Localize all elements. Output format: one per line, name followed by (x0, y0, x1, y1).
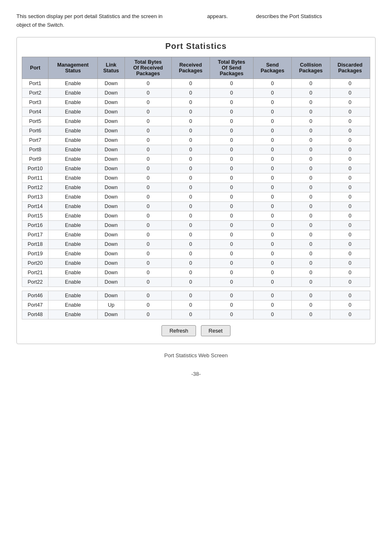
cell-extra-2-8: 0 (330, 310, 370, 319)
cell-13-1: Enable (48, 201, 98, 211)
cell-7-8: 0 (330, 145, 370, 154)
cell-9-1: Enable (48, 164, 98, 173)
cell-20-8: 0 (330, 268, 370, 277)
cell-2-7: 0 (292, 97, 330, 107)
cell-11-8: 0 (330, 183, 370, 192)
cell-7-2: Down (97, 145, 125, 154)
cell-17-5: 0 (210, 239, 254, 249)
cell-19-5: 0 (210, 258, 254, 268)
cell-12-4: 0 (171, 192, 210, 201)
cell-4-3: 0 (125, 116, 171, 126)
cell-14-0: Port15 (22, 211, 48, 220)
page-number: -38- (16, 371, 376, 377)
cell-12-2: Down (97, 192, 125, 201)
cell-extra-2-5: 0 (210, 310, 254, 319)
table-row-extra: Port48EnableDown000000 (22, 310, 370, 319)
cell-10-5: 0 (210, 173, 254, 183)
cell-extra-1-7: 0 (292, 300, 330, 310)
cell-16-3: 0 (125, 230, 171, 239)
cell-8-0: Port9 (22, 154, 48, 164)
cell-15-8: 0 (330, 220, 370, 230)
cell-13-0: Port14 (22, 201, 48, 211)
cell-9-7: 0 (292, 164, 330, 173)
col-header-collision-packages: CollisionPackages (292, 57, 330, 79)
refresh-button[interactable]: Refresh (161, 325, 196, 336)
cell-6-7: 0 (292, 135, 330, 145)
port-statistics-panel: Port Statistics Port ManagementStatus Li… (16, 37, 376, 344)
cell-2-2: Down (97, 97, 125, 107)
cell-7-1: Enable (48, 145, 98, 154)
cell-18-7: 0 (292, 249, 330, 258)
cell-6-4: 0 (171, 135, 210, 145)
table-row: Port10EnableDown000000 (22, 164, 370, 173)
cell-11-2: Down (97, 183, 125, 192)
cell-21-3: 0 (125, 277, 171, 287)
cell-3-3: 0 (125, 107, 171, 116)
cell-1-5: 0 (210, 88, 254, 97)
cell-18-8: 0 (330, 249, 370, 258)
cell-10-2: Down (97, 173, 125, 183)
cell-extra-1-0: Port47 (22, 300, 48, 310)
reset-button[interactable]: Reset (201, 325, 231, 336)
col-header-total-bytes-send: Total BytesOf SendPackages (210, 57, 254, 79)
cell-15-4: 0 (171, 220, 210, 230)
cell-14-5: 0 (210, 211, 254, 220)
cell-13-3: 0 (125, 201, 171, 211)
cell-5-1: Enable (48, 126, 98, 135)
cell-0-7: 0 (292, 79, 330, 88)
cell-6-0: Port7 (22, 135, 48, 145)
cell-11-0: Port12 (22, 183, 48, 192)
cell-13-7: 0 (292, 201, 330, 211)
cell-extra-2-2: Down (97, 310, 125, 319)
cell-16-0: Port17 (22, 230, 48, 239)
cell-19-3: 0 (125, 258, 171, 268)
table-row: Port7EnableDown000000 (22, 135, 370, 145)
cell-12-0: Port13 (22, 192, 48, 201)
cell-17-8: 0 (330, 239, 370, 249)
cell-5-2: Down (97, 126, 125, 135)
cell-10-7: 0 (292, 173, 330, 183)
cell-15-5: 0 (210, 220, 254, 230)
col-header-mgmt-status: ManagementStatus (48, 57, 98, 79)
table-row: Port21EnableDown000000 (22, 268, 370, 277)
cell-12-7: 0 (292, 192, 330, 201)
cell-11-4: 0 (171, 183, 210, 192)
cell-21-0: Port22 (22, 277, 48, 287)
cell-1-6: 0 (253, 88, 291, 97)
cell-3-8: 0 (330, 107, 370, 116)
cell-20-1: Enable (48, 268, 98, 277)
cell-8-8: 0 (330, 154, 370, 164)
cell-extra-1-6: 0 (253, 300, 291, 310)
cell-14-1: Enable (48, 211, 98, 220)
cell-12-1: Enable (48, 192, 98, 201)
cell-6-6: 0 (253, 135, 291, 145)
cell-19-4: 0 (171, 258, 210, 268)
table-row: Port6EnableDown000000 (22, 126, 370, 135)
cell-0-2: Down (97, 79, 125, 88)
cell-13-8: 0 (330, 201, 370, 211)
cell-17-2: Down (97, 239, 125, 249)
col-header-port: Port (22, 57, 48, 79)
cell-16-6: 0 (253, 230, 291, 239)
cell-10-6: 0 (253, 173, 291, 183)
table-row: Port8EnableDown000000 (22, 145, 370, 154)
cell-21-5: 0 (210, 277, 254, 287)
cell-extra-0-0: Port46 (22, 291, 48, 300)
col-header-recv-packages: ReceivedPackages (171, 57, 210, 79)
table-row: Port19EnableDown000000 (22, 249, 370, 258)
intro-section: This section display per port detail Sta… (16, 12, 376, 30)
cell-14-8: 0 (330, 211, 370, 220)
panel-title: Port Statistics (22, 42, 370, 51)
cell-extra-0-6: 0 (253, 291, 291, 300)
cell-9-2: Down (97, 164, 125, 173)
cell-7-3: 0 (125, 145, 171, 154)
cell-9-5: 0 (210, 164, 254, 173)
cell-19-1: Enable (48, 258, 98, 268)
cell-extra-1-4: 0 (171, 300, 210, 310)
cell-11-6: 0 (253, 183, 291, 192)
cell-13-2: Down (97, 201, 125, 211)
table-row-extra: Port46EnableDown000000 (22, 291, 370, 300)
col-header-total-bytes-recv: Total BytesOf ReceivedPackages (125, 57, 171, 79)
cell-2-3: 0 (125, 97, 171, 107)
cell-18-1: Enable (48, 249, 98, 258)
